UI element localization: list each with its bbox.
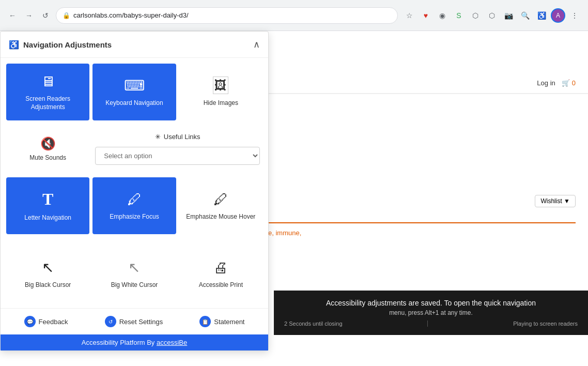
feedback-button[interactable]: 💬 Feedback [20, 314, 72, 329]
accessible-print-icon: 🖨 [213, 259, 228, 276]
reset-icon: ↺ [105, 316, 116, 327]
bookmark-button[interactable]: ☆ [402, 8, 416, 23]
hide-images-option[interactable]: 🖼 Hide Images [179, 64, 262, 120]
accessible-print-option[interactable]: 🖨 Accessible Print [179, 246, 262, 302]
forward-button[interactable]: → [23, 9, 35, 22]
statement-icon: 📋 [199, 316, 211, 327]
useful-links-label: Useful Links [164, 133, 200, 141]
options-row1: 🖥 Screen Readers Adjustments ⌨ Keyboard … [1, 58, 268, 126]
accessibe-text: Accessibility Platform By [82, 339, 157, 346]
address-bar[interactable]: 🔒 carlsonlabs.com/babys-super-daily-d3/ [56, 7, 398, 24]
toast-countdown: 2 Seconds until closing [284, 321, 343, 327]
big-black-cursor-label: Big Black Cursor [25, 281, 71, 289]
reset-settings-button[interactable]: ↺ Reset Settings [101, 314, 167, 329]
emphasize-focus-label: Emphasize Focus [110, 213, 159, 221]
panel-footer: 💬 Feedback ↺ Reset Settings 📋 Statement [1, 308, 268, 334]
useful-links-select[interactable]: Select an option [95, 147, 260, 165]
mute-icon: 🔇 [40, 136, 56, 151]
emphasize-mouse-hover-option[interactable]: 🖊 Emphasize Mouse Hover [179, 177, 262, 234]
accessibility-button[interactable]: ♿ [534, 8, 549, 23]
search-button[interactable]: 🔍 [518, 8, 532, 23]
letter-navigation-label: Letter Navigation [24, 214, 71, 222]
feedback-label: Feedback [39, 318, 68, 326]
refresh-button[interactable]: ↺ [39, 9, 52, 22]
browser-chrome: ← → ↺ 🔒 carlsonlabs.com/babys-super-dail… [0, 0, 588, 31]
url-text: carlsonlabs.com/babys-super-daily-d3/ [73, 11, 189, 19]
options-row3: ↖ Big Black Cursor ↖ Big White Cursor 🖨 … [1, 240, 268, 308]
screen-readers-icon: 🖥 [41, 73, 55, 90]
reset-label: Reset Settings [119, 318, 163, 326]
middle-row: 🔇 Mute Sounds ✳ Useful Links Select an o… [1, 126, 268, 172]
big-black-cursor-option[interactable]: ↖ Big Black Cursor [6, 246, 89, 302]
panel-logo-icon: ♿ [9, 40, 19, 50]
panel-header-left: ♿ Navigation Adjustments [9, 40, 112, 50]
keyboard-navigation-option[interactable]: ⌨ Keyboard Navigation [92, 64, 176, 120]
statement-button[interactable]: 📋 Statement [195, 314, 249, 329]
profile-avatar[interactable]: A [551, 8, 565, 23]
panel-title: Navigation Adjustments [23, 40, 112, 49]
accessible-print-label: Accessible Print [199, 281, 243, 289]
big-white-cursor-icon: ↖ [128, 259, 140, 276]
panel-header: ♿ Navigation Adjustments ∧ [1, 32, 268, 58]
toast-message2: menu, press Alt+1 at any time. [284, 309, 578, 316]
hide-images-icon: 🖼 [213, 77, 228, 94]
rss-button[interactable]: ◉ [435, 8, 450, 23]
wishlist-button[interactable]: Wishlist ▼ [535, 195, 576, 207]
emphasize-hover-label: Emphasize Mouse Hover [186, 213, 255, 221]
ext-button1[interactable]: S [452, 8, 466, 23]
page-area: Sarlson inning Quality Since 1965 ERE TO… [0, 31, 588, 366]
accessibe-bar: Accessibility Platform By accessiBe [1, 334, 268, 350]
menu-button[interactable]: ⋮ [567, 8, 582, 23]
ext-button4[interactable]: 📷 [501, 8, 516, 23]
emphasize-focus-option[interactable]: 🖊 Emphasize Focus [92, 177, 176, 234]
mute-sounds-label: Mute Sounds [29, 154, 66, 161]
useful-links-cell: ✳ Useful Links Select an option [91, 129, 264, 169]
accessibility-panel: ♿ Navigation Adjustments ∧ 🖥 Screen Read… [0, 31, 269, 351]
feedback-icon: 💬 [24, 316, 36, 327]
lock-icon: 🔒 [63, 12, 70, 19]
options-row2: T Letter Navigation 🖊 Emphasize Focus 🖊 … [1, 172, 268, 240]
hide-images-label: Hide Images [204, 99, 238, 108]
toast-message: Accessibility adjustments are saved. To … [284, 299, 578, 307]
emphasize-hover-icon: 🖊 [213, 191, 228, 208]
heart-button[interactable]: ♥ [419, 8, 433, 23]
ext-button3[interactable]: ⬡ [485, 8, 499, 23]
login-link[interactable]: Log in [537, 79, 555, 87]
emphasize-focus-icon: 🖊 [127, 191, 142, 208]
keyboard-navigation-label: Keyboard Navigation [105, 99, 163, 108]
big-white-cursor-label: Big White Cursor [111, 281, 158, 289]
screen-readers-label: Screen Readers Adjustments [10, 95, 85, 111]
toast-playing: Playing to screen readers [513, 321, 578, 327]
back-button[interactable]: ← [6, 9, 19, 22]
panel-close-button[interactable]: ∧ [253, 39, 260, 50]
big-white-cursor-option[interactable]: ↖ Big White Cursor [92, 246, 176, 302]
useful-links-icon: ✳ [155, 133, 161, 141]
toast-divider [427, 321, 428, 327]
browser-toolbar: ☆ ♥ ◉ S ⬡ ⬡ 📷 🔍 ♿ A ⋮ [402, 8, 582, 23]
big-black-cursor-icon: ↖ [42, 259, 54, 276]
cart-count: 0 [572, 79, 576, 87]
cart-button[interactable]: 🛒 0 [562, 79, 576, 87]
toast-notification: Accessibility adjustments are saved. To … [274, 291, 588, 335]
cart-icon: 🛒 [562, 79, 570, 87]
accessibe-link[interactable]: accessiBe [157, 339, 187, 346]
letter-navigation-icon: T [42, 190, 53, 209]
nav-right: Log in 🛒 0 [537, 79, 576, 87]
keyboard-icon: ⌨ [124, 77, 145, 94]
letter-navigation-option[interactable]: T Letter Navigation [6, 177, 89, 234]
ext-button2[interactable]: ⬡ [468, 8, 483, 23]
mute-sounds-option[interactable]: 🔇 Mute Sounds [5, 128, 91, 170]
statement-label: Statement [214, 318, 244, 326]
toast-footer: 2 Seconds until closing Playing to scree… [284, 321, 578, 327]
screen-readers-option[interactable]: 🖥 Screen Readers Adjustments [6, 64, 89, 120]
useful-links-header: ✳ Useful Links [155, 133, 200, 141]
